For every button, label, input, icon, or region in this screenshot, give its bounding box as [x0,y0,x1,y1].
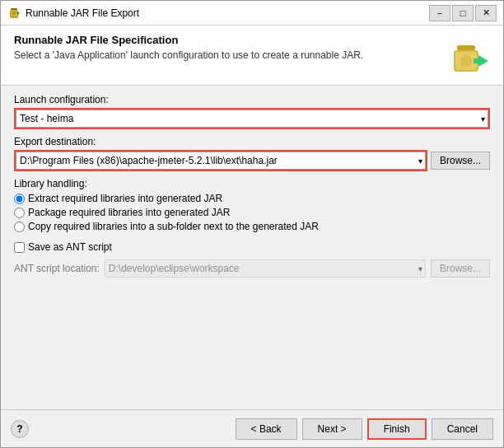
export-icon [447,34,490,77]
window: Runnable JAR File Export − □ ✕ Runnable … [0,0,504,448]
library-handling-label: Library handling: [14,178,490,189]
library-handling-group: Library handling: Extract required libra… [14,178,490,235]
radio-copy-label: Copy required libraries into a sub-folde… [28,221,319,232]
launch-config-wrapper: Test - heima [14,108,490,129]
maximize-button[interactable]: □ [452,5,474,21]
header-area: Runnable JAR File Specification Select a… [1,26,503,86]
radio-package-input[interactable] [14,208,25,218]
jar-title-icon [7,7,21,20]
save-ant-row: Save as ANT script [14,241,490,253]
radio-package-label: Package required libraries into generate… [28,207,230,218]
help-button[interactable]: ? [11,420,29,438]
export-dest-label: Export destination: [14,136,490,147]
section-title: Runnable JAR File Specification [14,34,447,46]
svg-rect-5 [457,45,475,50]
footer-left: ? [11,420,29,438]
minimize-button[interactable]: − [429,5,450,21]
export-dest-row: D:\Program Files (x86)\apache-jmeter-5.2… [14,150,490,171]
ant-browse-button: Browse... [431,259,490,278]
radio-extract-label: Extract required libraries into generate… [28,193,222,204]
radio-package: Package required libraries into generate… [14,207,490,218]
window-title: Runnable JAR File Export [26,7,139,19]
radio-extract: Extract required libraries into generate… [14,193,490,204]
svg-rect-10 [474,58,482,63]
ant-location-row: ANT script location: D:\develop\eclipse\… [14,259,490,278]
header-text: Runnable JAR File Specification Select a… [14,34,447,69]
ant-location-select: D:\develop\eclipse\workspace [105,259,426,278]
title-bar-controls: − □ ✕ [429,5,497,21]
title-bar: Runnable JAR File Export − □ ✕ [1,1,503,26]
export-dest-select[interactable]: D:\Program Files (x86)\apache-jmeter-5.2… [16,152,426,170]
save-ant-label: Save as ANT script [28,241,112,253]
save-ant-checkbox[interactable] [14,242,25,253]
finish-button[interactable]: Finish [367,418,427,440]
section-desc: Select a 'Java Application' launch confi… [14,49,447,61]
svg-point-3 [12,12,16,15]
radio-extract-input[interactable] [14,194,25,204]
back-button[interactable]: < Back [236,418,297,440]
main-content: Launch configuration: Test - heima Expor… [1,86,503,409]
launch-config-label: Launch configuration: [14,94,490,105]
export-dest-wrapper: D:\Program Files (x86)\apache-jmeter-5.2… [14,150,427,171]
launch-config-group: Launch configuration: Test - heima [14,94,490,129]
radio-copy-input[interactable] [14,222,25,232]
next-button[interactable]: Next > [302,418,362,440]
ant-location-label: ANT script location: [14,263,100,274]
ant-location-wrapper: D:\develop\eclipse\workspace [105,259,426,278]
radio-copy: Copy required libraries into a sub-folde… [14,221,490,232]
cancel-button[interactable]: Cancel [432,418,493,440]
launch-config-select[interactable]: Test - heima [16,110,488,128]
footer-right: < Back Next > Finish Cancel [236,418,493,440]
svg-marker-4 [17,12,20,15]
svg-point-8 [460,55,472,67]
close-button[interactable]: ✕ [475,5,497,21]
svg-rect-0 [11,8,17,10]
export-dest-browse-button[interactable]: Browse... [431,152,490,170]
title-bar-left: Runnable JAR File Export [7,7,139,20]
footer: ? < Back Next > Finish Cancel [1,409,503,447]
export-dest-group: Export destination: D:\Program Files (x8… [14,136,490,171]
